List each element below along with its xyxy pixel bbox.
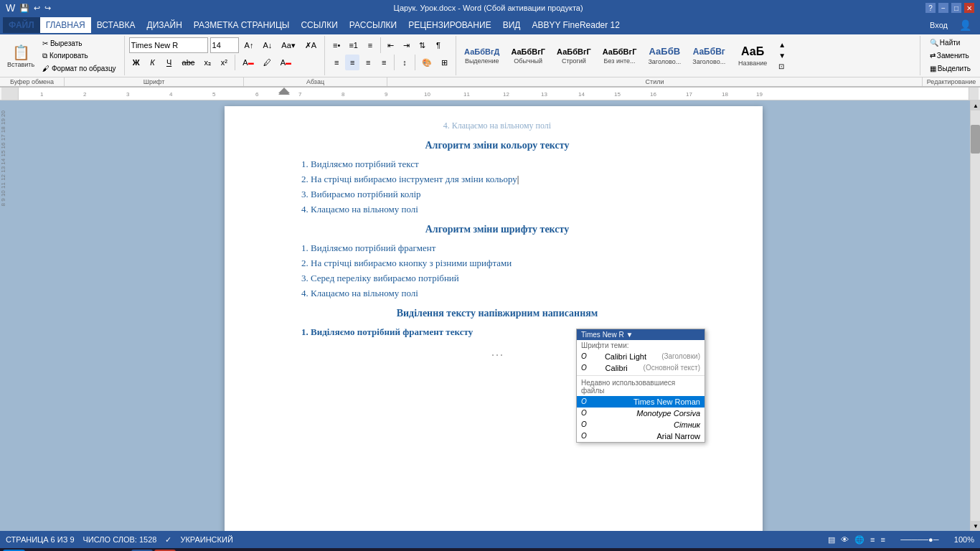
decrease-indent-button[interactable]: ⇤: [384, 37, 398, 53]
menu-layout[interactable]: РАЗМЕТКА СТРАНИЦЫ: [188, 17, 296, 33]
quick-access-undo[interactable]: ↩: [34, 4, 40, 13]
styles-up[interactable]: ▲: [775, 39, 789, 50]
align-right-button[interactable]: ≡: [361, 55, 375, 70]
align-left-button[interactable]: ≡: [329, 55, 344, 70]
italic-button[interactable]: К: [146, 55, 160, 70]
scrollbar-thumb[interactable]: [971, 125, 980, 154]
menu-home[interactable]: ГЛАВНАЯ: [40, 17, 91, 33]
menu-mailings[interactable]: РАССЫЛКИ: [344, 17, 402, 33]
font-icon: O: [581, 352, 587, 361]
style-no-interval[interactable]: АаБбВгГ Без инте...: [598, 38, 642, 74]
change-case-button[interactable]: Aa▾: [278, 37, 298, 53]
minimize-button[interactable]: −: [938, 3, 948, 13]
section1: Алгоритм зміни кольору тексту Виділяємо …: [275, 140, 720, 215]
font-size-input[interactable]: [210, 37, 239, 53]
zoom-slider[interactable]: ─────●─: [891, 535, 948, 544]
view-mode-outline[interactable]: ≡: [870, 535, 875, 544]
highlight-button[interactable]: 🖊: [260, 55, 275, 70]
bold-button[interactable]: Ж: [129, 55, 143, 70]
select-button[interactable]: ▦ Выделить: [926, 63, 974, 74]
list-item: Вибираємо потрібний колір: [311, 189, 720, 200]
menu-review[interactable]: РЕЦЕНЗИРОВАНИЕ: [402, 17, 496, 33]
font-color-button[interactable]: A▬: [277, 55, 295, 70]
style-strict[interactable]: АаБбВгГ Строгий: [552, 38, 596, 74]
quick-access-redo[interactable]: ↪: [44, 4, 51, 13]
font-calibri[interactable]: O Calibri (Основной текст): [577, 362, 705, 374]
scroll-down-button[interactable]: ▼: [971, 521, 980, 531]
account-icon[interactable]: 👤: [953, 19, 977, 31]
menu-view[interactable]: ВИД: [497, 17, 527, 33]
login-button[interactable]: Вход: [924, 21, 953, 29]
view-mode-read[interactable]: 👁: [841, 535, 849, 544]
menu-insert[interactable]: ВСТАВКА: [91, 17, 141, 33]
font-name-input[interactable]: [129, 37, 208, 53]
font-citnyk[interactable]: O Сітник: [577, 419, 705, 430]
section1-heading: Алгоритм зміни кольору тексту: [275, 140, 720, 151]
show-marks-button[interactable]: ¶: [431, 37, 446, 53]
help-button[interactable]: ?: [925, 3, 936, 13]
quick-access-save[interactable]: 💾: [19, 4, 29, 13]
styles-group: АаБбВгД Выделение АаБбВгГ Обычный АаБбВг…: [456, 36, 920, 75]
styles-more[interactable]: ⊡: [775, 61, 789, 72]
menu-abbyy[interactable]: ABBYY FineReader 12: [526, 17, 626, 33]
font-monotype-corsiva[interactable]: O Monotype Corsiva: [577, 408, 705, 419]
document-page: 4. Клацаємо на вільному полі Алгоритм зм…: [225, 106, 763, 531]
svg-text:6: 6: [255, 91, 259, 98]
justify-button[interactable]: ≡: [377, 55, 391, 70]
svg-text:17: 17: [686, 91, 692, 98]
line-spacing-button[interactable]: ↕: [397, 55, 412, 70]
underline-button[interactable]: Ч: [162, 55, 176, 70]
font-calibri-light[interactable]: O Calibri Light (Заголовки): [577, 351, 705, 362]
font-decrease-button[interactable]: A↓: [259, 37, 275, 53]
replace-button[interactable]: ⇄ Заменить: [926, 50, 974, 61]
style-heading2[interactable]: АаБбВг Заголово...: [687, 38, 730, 74]
dropdown-divider: [577, 375, 705, 376]
menu-design[interactable]: ДИЗАЙН: [141, 17, 188, 33]
find-button[interactable]: 🔍 Найти: [926, 37, 974, 48]
increase-indent-button[interactable]: ⇥: [400, 37, 414, 53]
paste-button[interactable]: 📋 Вставить: [4, 42, 37, 70]
view-mode-web[interactable]: 🌐: [854, 535, 864, 545]
style-normal[interactable]: АаБбВгГ Обычный: [506, 38, 550, 74]
title-bar: W 💾 ↩ ↪ Царук. Урок.docx - Word (Сбой ак…: [0, 0, 980, 16]
restore-button[interactable]: □: [951, 3, 961, 13]
ruler-scale[interactable]: 1 2 3 4 5 6 7 8 9 10 11 12 13 14 15 16 1…: [19, 88, 969, 100]
font-times-new-roman[interactable]: O Times New Roman: [577, 396, 705, 408]
menu-references[interactable]: ССЫЛКИ: [295, 17, 343, 33]
list-item: Клацаємо на вільному полі: [311, 204, 720, 215]
svg-text:12: 12: [503, 91, 509, 98]
bullets-button[interactable]: ≡•: [329, 37, 344, 53]
scrollbar-track[interactable]: [971, 110, 980, 521]
copy-button[interactable]: ⧉ Копировать: [39, 50, 119, 62]
font-dropdown-popup[interactable]: Times New R ▼ Шрифти теми: O Calibri Lig…: [576, 329, 705, 443]
cut-button[interactable]: ✂ Вырезать: [39, 38, 119, 49]
strikethrough-button[interactable]: abc: [179, 55, 199, 70]
shading-button[interactable]: 🎨: [418, 55, 435, 70]
borders-button[interactable]: ⊞: [437, 55, 451, 70]
clipboard-group: 📋 Вставить ✂ Вырезать ⧉ Копировать 🖌 Фор…: [0, 36, 125, 75]
superscript-button[interactable]: x²: [217, 55, 231, 70]
clear-formatting-button[interactable]: ✗A: [301, 37, 320, 53]
view-mode-draft[interactable]: ≡: [880, 535, 885, 544]
subscript-button[interactable]: x₂: [200, 55, 215, 70]
styles-label: Стили: [387, 77, 923, 86]
style-title[interactable]: АаБ Название: [732, 38, 773, 74]
sort-button[interactable]: ⇅: [415, 37, 430, 53]
view-mode-print[interactable]: ▤: [828, 535, 835, 545]
language-status[interactable]: УКРАИНСКИЙ: [180, 535, 232, 544]
font-arial-narrow[interactable]: O Arial Narrow: [577, 430, 705, 442]
list-item: Клацаємо на вільному полі: [311, 288, 720, 299]
styles-down[interactable]: ▼: [775, 50, 789, 61]
font-increase-button[interactable]: A↑: [241, 37, 258, 53]
text-color-button[interactable]: A▬: [239, 55, 257, 70]
menu-file[interactable]: ФАЙЛ: [3, 17, 40, 33]
multilevel-list-button[interactable]: ≡: [363, 37, 377, 53]
format-painter-button[interactable]: 🖌 Формат по образцу: [39, 63, 119, 74]
style-heading1[interactable]: АаБбВ Заголово...: [643, 38, 686, 74]
align-center-button[interactable]: ≡: [345, 55, 359, 70]
numbering-button[interactable]: ≡1: [345, 37, 362, 53]
style-selection[interactable]: АаБбВгД Выделение: [459, 38, 504, 74]
scroll-up-button[interactable]: ▲: [971, 100, 980, 110]
close-button[interactable]: ✕: [964, 3, 974, 13]
list-item: Виділяємо потрібний фрагмент: [311, 242, 720, 254]
